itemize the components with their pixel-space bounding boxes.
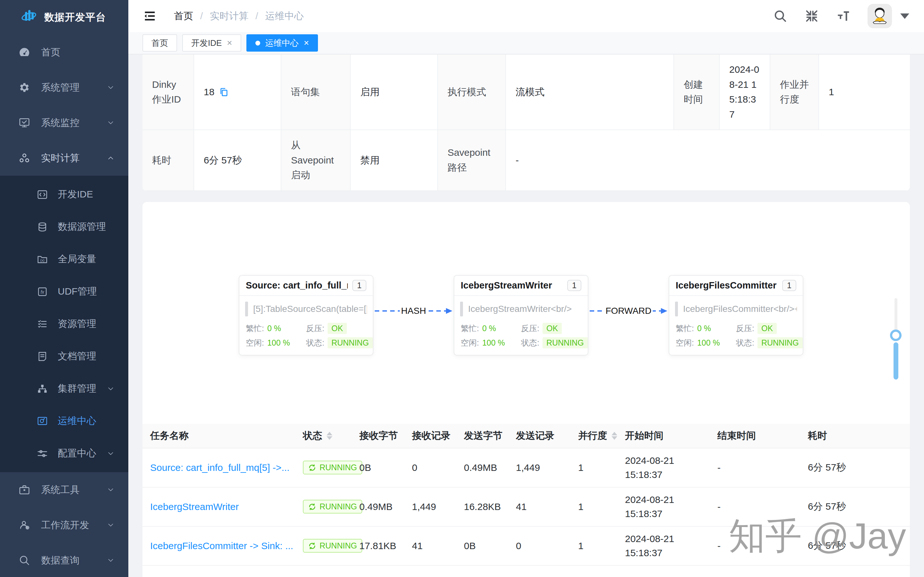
sidebar-item-config-center[interactable]: 配置中心 (0, 437, 128, 470)
app-logo[interactable]: 数据开发平台 (0, 0, 128, 35)
chevron-up-icon (107, 154, 115, 162)
slider-handle[interactable] (890, 330, 901, 341)
cell-start-time: 2024-08-21 15:18:37 (617, 487, 710, 526)
cell: 0 (404, 448, 456, 487)
menu-fold-icon[interactable] (142, 9, 157, 23)
sidebar-item-udf[interactable]: fx UDF管理 (0, 276, 128, 308)
edge-label: FORWARD (604, 306, 653, 316)
svg-text:fx: fx (40, 289, 44, 294)
table-row[interactable]: Source: cart_info_full_mq[5] ->... RUNNI… (142, 448, 910, 487)
breadcrumb-home[interactable]: 首页 (174, 10, 193, 23)
task-name-link[interactable]: IcebergFilesCommitter -> Sink: ... (142, 526, 295, 566)
sidebar-item-realtime-computing[interactable]: 实时计算 (0, 140, 128, 176)
sidebar-item-resources[interactable]: 资源管理 (0, 308, 128, 340)
cluster-icon (18, 152, 31, 164)
sidebar-item-documents[interactable]: 文档管理 (0, 340, 128, 372)
dag-node-source[interactable]: Source: cart_info_full_mq[... 1 [5]:Tabl… (239, 275, 373, 356)
font-size-icon[interactable] (836, 9, 850, 23)
col-records-sent: 发送记录 (508, 424, 570, 448)
stat-busy: 0 % (267, 324, 281, 333)
sidebar-item-datasource[interactable]: 数据源管理 (0, 211, 128, 243)
sidebar-item-system-tools[interactable]: 系统工具 (0, 472, 128, 508)
detail-value: 禁用 (351, 130, 438, 191)
breadcrumb-ops-center[interactable]: 运维中心 (265, 10, 304, 23)
breadcrumb-realtime[interactable]: 实时计算 (210, 10, 248, 23)
chevron-down-icon (107, 486, 115, 494)
detail-label: 耗时 (142, 130, 194, 191)
copy-icon[interactable] (219, 87, 229, 97)
sorter-icon[interactable] (612, 432, 617, 440)
sidebar-item-cluster-management[interactable]: 集群管理 (0, 372, 128, 405)
tab-ops-center[interactable]: 运维中心 × (246, 34, 318, 52)
detail-label: 执行模式 (438, 55, 506, 130)
col-bytes-sent: 发送字节 (456, 424, 508, 448)
tab-dev-ide[interactable]: 开发IDE × (182, 34, 241, 52)
sorter-icon[interactable] (326, 432, 333, 440)
cell-start-time: 2024-08-21 15:18:37 (617, 448, 710, 487)
cell-start-time: 2024-08-21 15:18:37 (617, 526, 710, 566)
sidebar-item-system-admin[interactable]: 系统管理 (0, 70, 128, 105)
stat-busy: 0 % (482, 324, 496, 333)
slider-bar (893, 342, 898, 380)
sidebar-item-home[interactable]: 首页 (0, 35, 128, 70)
task-status: RUNNING (295, 487, 352, 526)
dashboard-icon (18, 46, 31, 59)
sidebar-item-system-monitor[interactable]: 系统监控 (0, 105, 128, 140)
compress-icon[interactable] (804, 9, 819, 23)
tab-home[interactable]: 首页 (142, 34, 177, 52)
col-status: 状态 (295, 424, 352, 448)
caret-down-icon (900, 13, 909, 19)
detail-label: Savepoint 路径 (438, 130, 506, 191)
realtime-submenu: 开发IDE 数据源管理 (x) 全局变量 fx UDF管理 (0, 176, 128, 472)
workflow-icon (18, 519, 31, 532)
sidebar-item-label: 实时计算 (41, 152, 107, 165)
document-icon (37, 351, 48, 362)
avatar[interactable] (867, 4, 892, 28)
detail-value: 流模式 (506, 55, 674, 130)
sidebar-item-dev-ide[interactable]: 开发IDE (0, 178, 128, 211)
status-badge: RUNNING (303, 500, 362, 514)
search-icon[interactable] (773, 9, 787, 23)
sidebar-item-global-variables[interactable]: (x) 全局变量 (0, 243, 128, 276)
node-desc-bar (245, 301, 248, 316)
sidebar-item-label: 运维中心 (58, 414, 115, 428)
user-menu[interactable] (867, 4, 909, 28)
stat-label: 反压: (306, 323, 325, 334)
table-row[interactable]: IcebergFilesCommitter -> Sink: ... RUNNI… (142, 526, 910, 566)
cell: 1 (570, 448, 617, 487)
sync-icon (308, 503, 317, 511)
status-text: RUNNING (320, 463, 357, 472)
sidebar-item-workflow-dev[interactable]: 工作流开发 (0, 508, 128, 543)
sidebar-item-label: UDF管理 (58, 285, 115, 298)
close-icon[interactable]: × (304, 39, 309, 47)
dag-node-files-committer[interactable]: IcebergFilesCommitter -> S... 1 IcebergF… (669, 275, 803, 356)
header-actions (773, 4, 909, 28)
sidebar-item-ops-center[interactable]: 运维中心 (0, 405, 128, 437)
col-bytes-received: 接收字节 (352, 424, 404, 448)
zoom-slider[interactable] (889, 298, 903, 385)
stat-backpressure: OK (328, 323, 347, 334)
cell: 0B (352, 448, 404, 487)
chevron-down-icon (107, 521, 115, 529)
node-title: IcebergStreamWriter (461, 280, 552, 291)
breadcrumb-separator: / (200, 11, 203, 21)
detail-value: - (506, 130, 910, 191)
sidebar-item-label: 资源管理 (58, 318, 115, 330)
col-start-time: 开始时间 (617, 424, 710, 448)
cell: 0.49MB (456, 448, 508, 487)
stat-label: 繁忙: (461, 323, 479, 334)
table-row[interactable]: IcebergStreamWriter RUNNING 0.49MB 1,449… (142, 487, 910, 526)
dag-node-stream-writer[interactable]: IcebergStreamWriter 1 IcebergStreamWrite… (454, 275, 588, 356)
chevron-down-icon (107, 83, 115, 92)
stat-label: 反压: (521, 323, 540, 334)
task-status: RUNNING (295, 526, 352, 566)
sidebar-item-data-query[interactable]: 数据查询 (0, 543, 128, 577)
task-name-link[interactable]: IcebergStreamWriter (142, 487, 295, 526)
monitor-icon (18, 116, 31, 129)
close-icon[interactable]: × (227, 39, 232, 47)
stat-label: 状态: (306, 338, 325, 348)
col-label: 并行度 (578, 429, 607, 442)
detail-label: 语句集 (281, 55, 351, 130)
task-name-link[interactable]: Source: cart_info_full_mq[5] ->... (142, 448, 295, 487)
stat-label: 空闲: (461, 338, 479, 348)
